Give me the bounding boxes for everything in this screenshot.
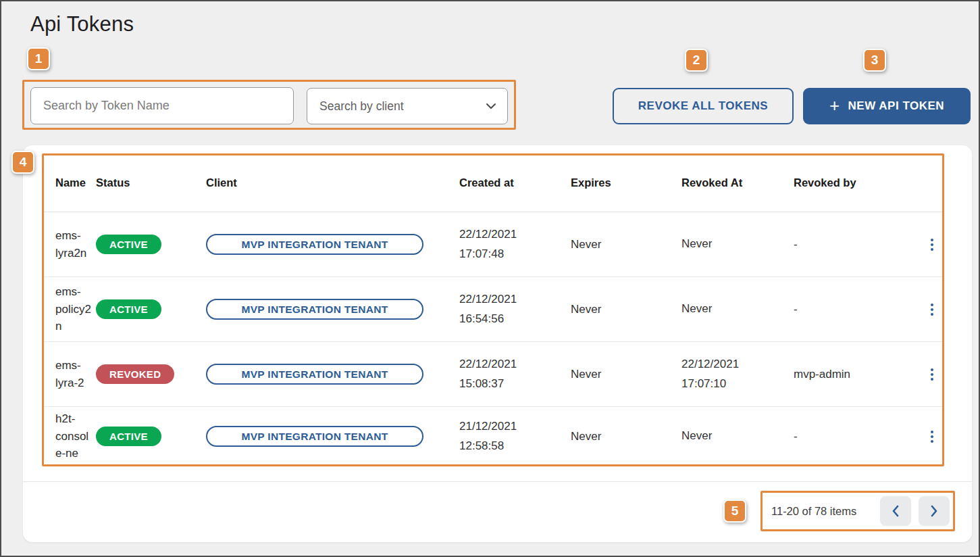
token-status-cell: ACTIVE: [96, 299, 206, 319]
revoke-all-tokens-label: REVOKE ALL TOKENS: [638, 99, 768, 113]
api-tokens-table-card: NameStatusClientCreated atExpiresRevoked…: [23, 145, 972, 542]
expires-cell: Never: [571, 238, 681, 251]
client-chip[interactable]: MVP INTEGRATION TENANT: [206, 364, 423, 385]
status-badge: ACTIVE: [96, 427, 161, 446]
client-search-dropdown-label: Search by client: [319, 99, 404, 114]
token-status-cell: ACTIVE: [96, 427, 206, 446]
callout-badge-table: 4: [11, 151, 34, 174]
token-name-cell: ems-policy2n: [55, 283, 95, 335]
table-row: ems-lyra2nACTIVEMVP INTEGRATION TENANT22…: [42, 212, 944, 277]
column-header-expires: Expires: [571, 176, 681, 189]
plus-icon: +: [829, 97, 840, 114]
pagination-divider: [23, 481, 972, 482]
row-menu-cell: [911, 363, 944, 386]
status-badge: REVOKED: [96, 364, 174, 384]
created-at-cell: 22/12/2021 16:54:56: [459, 290, 571, 328]
revoked-by-cell: mvp-admin: [794, 368, 911, 381]
created-at-cell: 22/12/2021 17:07:48: [459, 225, 571, 263]
revoked-by-cell: -: [794, 303, 911, 316]
row-menu-cell: [911, 425, 944, 448]
column-header-status: Status: [96, 176, 206, 189]
client-chip[interactable]: MVP INTEGRATION TENANT: [206, 426, 423, 447]
expires-cell: Never: [571, 303, 681, 316]
column-header-revoked-by: Revoked by: [794, 176, 911, 189]
revoked-by-cell: -: [794, 430, 911, 443]
new-api-token-button[interactable]: + NEW API TOKEN: [803, 88, 971, 124]
callout-badge-revoke-all: 2: [685, 49, 708, 72]
token-name-cell: ems-lyra-2: [55, 357, 95, 391]
token-client-cell: MVP INTEGRATION TENANT: [206, 234, 459, 255]
pagination-bar: 11-20 of 78 items: [763, 494, 952, 528]
token-client-cell: MVP INTEGRATION TENANT: [206, 426, 459, 447]
column-header-name: Name: [55, 176, 96, 189]
chevron-left-icon: [892, 505, 900, 517]
token-name-cell: ems-lyra2n: [55, 227, 95, 262]
row-menu-cell: [911, 233, 944, 256]
revoked-at-cell: 22/12/2021 17:07:10: [681, 355, 794, 393]
expires-cell: Never: [571, 430, 681, 443]
revoked-at-cell: Never: [681, 235, 794, 253]
api-tokens-table: NameStatusClientCreated atExpiresRevoked…: [42, 153, 944, 466]
expires-cell: Never: [571, 368, 681, 381]
callout-badge-new-token: 3: [863, 49, 886, 72]
token-client-cell: MVP INTEGRATION TENANT: [206, 364, 459, 385]
column-header-client: Client: [206, 176, 459, 189]
token-status-cell: REVOKED: [96, 364, 206, 384]
chevron-down-icon: [486, 103, 496, 110]
created-at-cell: 21/12/2021 12:58:58: [459, 417, 571, 455]
kebab-vertical-icon[interactable]: [921, 233, 944, 256]
client-chip[interactable]: MVP INTEGRATION TENANT: [206, 299, 423, 320]
created-at-cell: 22/12/2021 15:08:37: [459, 355, 571, 393]
table-header-row: NameStatusClientCreated atExpiresRevoked…: [42, 153, 944, 212]
token-status-cell: ACTIVE: [96, 235, 206, 254]
column-header-created-at: Created at: [459, 176, 571, 189]
row-menu-cell: [911, 298, 944, 321]
status-badge: ACTIVE: [96, 235, 161, 254]
new-api-token-label: NEW API TOKEN: [848, 99, 945, 113]
callout-badge-pagination: 5: [723, 500, 746, 523]
pagination-next-button[interactable]: [919, 496, 950, 526]
token-client-cell: MVP INTEGRATION TENANT: [206, 299, 459, 320]
client-search-dropdown[interactable]: Search by client: [307, 88, 508, 124]
client-chip[interactable]: MVP INTEGRATION TENANT: [206, 234, 423, 255]
revoke-all-tokens-button[interactable]: REVOKE ALL TOKENS: [613, 88, 794, 124]
column-header-revoked-at: Revoked At: [681, 176, 794, 189]
page-title: Api Tokens: [30, 12, 134, 37]
pagination-range-label: 11-20 of 78 items: [771, 505, 856, 518]
chevron-right-icon: [930, 505, 938, 517]
token-name-cell: h2t-console-ne: [55, 410, 95, 462]
pagination-prev-button[interactable]: [880, 496, 911, 526]
callout-badge-filters: 1: [27, 47, 50, 70]
table-row: ems-lyra-2REVOKEDMVP INTEGRATION TENANT2…: [42, 342, 944, 407]
table-row: ems-policy2nACTIVEMVP INTEGRATION TENANT…: [42, 277, 944, 342]
kebab-vertical-icon[interactable]: [921, 363, 944, 386]
revoked-at-cell: Never: [681, 427, 794, 445]
token-name-search-input[interactable]: [30, 87, 294, 124]
revoked-by-cell: -: [794, 238, 911, 251]
api-tokens-page: Api Tokens 1 2 3 4 5 Search by client RE…: [0, 0, 980, 557]
kebab-vertical-icon[interactable]: [921, 425, 944, 448]
status-badge: ACTIVE: [96, 299, 161, 319]
table-row: h2t-console-neACTIVEMVP INTEGRATION TENA…: [42, 407, 944, 466]
kebab-vertical-icon[interactable]: [921, 298, 944, 321]
revoked-at-cell: Never: [681, 299, 794, 318]
